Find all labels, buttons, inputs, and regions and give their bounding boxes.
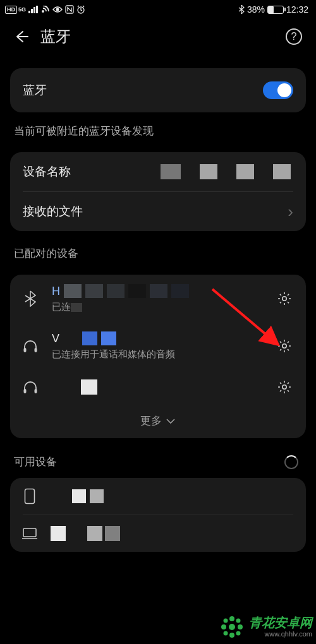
gear-icon — [277, 379, 292, 395]
device-settings-button[interactable] — [276, 290, 293, 307]
svg-rect-0 — [28, 11, 30, 13]
bluetooth-status-icon — [238, 5, 245, 14]
received-files-row[interactable]: 接收的文件 › — [10, 192, 306, 231]
paired-devices-header: 已配对的设备 — [10, 231, 306, 261]
status-bar: HD 5G 38% — [0, 0, 316, 19]
chevron-down-icon — [166, 418, 176, 424]
device-settings-button[interactable] — [276, 378, 293, 396]
svg-point-18 — [229, 616, 234, 621]
device-name-censored — [51, 489, 293, 504]
svg-rect-9 — [24, 348, 27, 352]
svg-rect-10 — [35, 348, 37, 352]
signal-icon — [28, 6, 39, 13]
paired-device-row[interactable]: H 已连 — [10, 275, 306, 322]
device-name-censored: H — [52, 283, 264, 299]
available-devices-header: 可用设备 — [14, 455, 57, 469]
device-status: 已连 — [52, 301, 264, 313]
svg-rect-12 — [24, 389, 27, 393]
device-status: 已连接用于通话和媒体的音频 — [52, 349, 264, 361]
svg-point-19 — [229, 633, 234, 638]
app-bar: 蓝牙 ? — [0, 19, 316, 54]
svg-rect-3 — [36, 6, 38, 13]
svg-point-8 — [283, 296, 286, 300]
headphones-icon — [20, 379, 40, 395]
bluetooth-icon — [20, 290, 40, 307]
chevron-right-icon: › — [288, 202, 293, 222]
headphones-icon — [20, 338, 40, 354]
bluetooth-toggle-label: 蓝牙 — [23, 82, 47, 98]
status-time: 12:32 — [286, 4, 308, 15]
status-right: 38% 12:32 — [238, 4, 308, 15]
paired-devices-card: H 已连 — [10, 275, 306, 438]
svg-point-24 — [224, 631, 228, 636]
device-name-censored — [52, 379, 264, 395]
device-settings-button[interactable] — [276, 337, 293, 355]
svg-rect-13 — [35, 389, 37, 393]
page-title: 蓝牙 — [40, 27, 286, 47]
svg-point-14 — [283, 385, 286, 389]
status-left: HD 5G — [5, 5, 85, 14]
battery-icon — [267, 6, 284, 14]
gear-icon — [277, 291, 292, 306]
bluetooth-toggle-card: 蓝牙 — [10, 68, 306, 112]
back-arrow-icon[interactable] — [14, 29, 29, 44]
watermark-logo-icon — [219, 614, 245, 640]
svg-rect-1 — [31, 9, 33, 13]
eye-icon — [52, 6, 63, 13]
bluetooth-switch[interactable] — [263, 81, 293, 99]
hd-icon: HD — [5, 6, 17, 14]
nfc-icon — [65, 5, 74, 14]
alarm-icon — [76, 5, 85, 14]
paired-device-row[interactable]: V 已连接用于通话和媒体的音频 — [10, 322, 306, 369]
device-name-censored: V — [52, 331, 264, 346]
svg-point-22 — [224, 619, 228, 623]
discoverable-note: 当前可被附近的蓝牙设备发现 — [10, 112, 306, 138]
svg-rect-15 — [25, 489, 35, 504]
watermark-brand: 青花安卓网 — [249, 616, 312, 630]
show-more-row[interactable]: 更多 — [10, 405, 306, 438]
watermark: 青花安卓网 www.qhhlv.com — [219, 614, 312, 640]
svg-point-25 — [236, 631, 241, 636]
device-name-row[interactable]: 设备名称 — [10, 152, 306, 191]
svg-rect-16 — [23, 528, 36, 537]
svg-point-11 — [283, 343, 286, 347]
svg-point-17 — [229, 624, 235, 630]
svg-rect-2 — [33, 7, 35, 13]
available-device-row[interactable] — [10, 515, 306, 552]
laptop-icon — [21, 527, 38, 540]
wifi-signal-icon — [41, 6, 50, 13]
battery-percent: 38% — [247, 4, 265, 15]
device-info-card: 设备名称 接收的文件 › — [10, 152, 306, 231]
available-devices-card — [10, 478, 306, 552]
bluetooth-toggle-row[interactable]: 蓝牙 — [10, 68, 306, 112]
svg-point-4 — [42, 10, 44, 13]
paired-device-row[interactable] — [10, 369, 306, 405]
svg-point-21 — [238, 624, 243, 629]
device-name-censored — [51, 526, 293, 541]
more-label: 更多 — [140, 414, 162, 428]
gear-icon — [277, 338, 292, 354]
phone-icon — [21, 488, 38, 504]
svg-point-23 — [236, 619, 241, 623]
device-name-label: 设备名称 — [23, 164, 71, 180]
received-files-label: 接收的文件 — [23, 203, 83, 220]
network-5g-icon: 5G — [18, 6, 26, 13]
help-icon[interactable]: ? — [286, 28, 302, 45]
watermark-url: www.qhhlv.com — [264, 630, 312, 638]
svg-point-5 — [56, 8, 59, 11]
spinner-icon — [284, 455, 298, 469]
available-device-row[interactable] — [10, 478, 306, 515]
device-name-value — [71, 164, 293, 179]
svg-point-20 — [221, 624, 226, 629]
